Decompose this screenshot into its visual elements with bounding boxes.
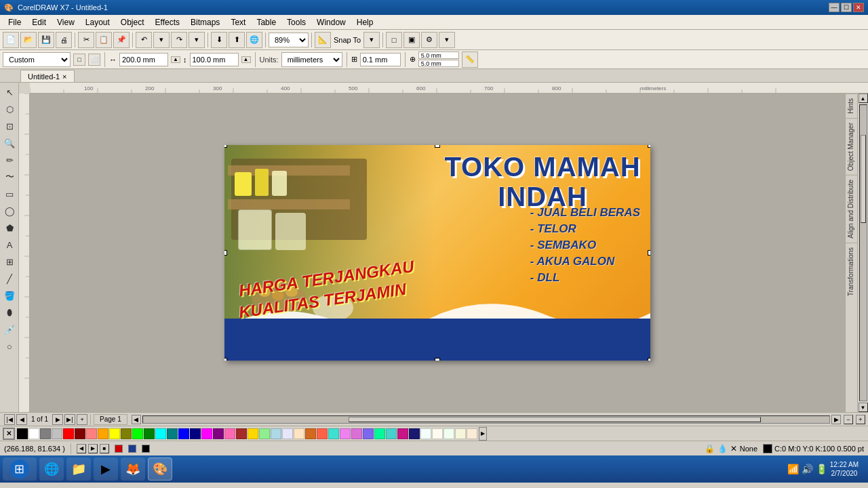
tool-table[interactable]: ⊞: [1, 253, 18, 270]
palette-color[interactable]: [248, 428, 258, 439]
options-dropdown[interactable]: ▾: [439, 32, 455, 48]
color-swatch-blue[interactable]: [128, 445, 136, 453]
tool-select[interactable]: ↖: [1, 84, 18, 100]
nudge2-input[interactable]: [418, 52, 459, 59]
tool-text[interactable]: A: [1, 237, 18, 253]
object-manager-tab[interactable]: Object Manager: [846, 118, 857, 175]
palette-color[interactable]: [282, 428, 293, 439]
ie-button[interactable]: 🌐: [39, 458, 64, 481]
menu-effects[interactable]: Effects: [150, 16, 185, 28]
palette-color[interactable]: [328, 428, 339, 439]
height-input[interactable]: [190, 53, 239, 66]
palette-color[interactable]: [75, 428, 85, 439]
palette-color[interactable]: [144, 428, 155, 439]
palette-color[interactable]: [259, 428, 270, 439]
canvas[interactable]: TOKO MAMAH INDAH - JUAL BELI BERAS - TEL…: [30, 94, 845, 412]
handle-ml[interactable]: [224, 250, 227, 256]
palette-color[interactable]: [40, 428, 51, 439]
palette-color[interactable]: [432, 428, 443, 439]
palette-scroll-right[interactable]: ▶: [479, 427, 487, 441]
palette-color[interactable]: [213, 428, 224, 439]
menu-window[interactable]: Window: [311, 16, 351, 28]
handle-bl[interactable]: [224, 358, 227, 361]
palette-color[interactable]: [236, 428, 247, 439]
doc-tab-close[interactable]: ×: [62, 73, 66, 81]
minimize-button[interactable]: —: [829, 3, 840, 12]
options-button[interactable]: ⚙: [421, 32, 437, 48]
page-tab[interactable]: Page 1: [94, 414, 127, 425]
palette-color[interactable]: [63, 428, 74, 439]
width-input[interactable]: [119, 53, 168, 66]
palette-color[interactable]: [317, 428, 328, 439]
palette-color[interactable]: [455, 428, 466, 439]
nudge-input[interactable]: [360, 53, 401, 66]
tool-parallel[interactable]: ╱: [1, 270, 18, 287]
new-button[interactable]: 📄: [3, 32, 19, 48]
palette-color[interactable]: [155, 428, 166, 439]
units-select[interactable]: millimeters: [281, 52, 342, 67]
start-button[interactable]: ⊞: [3, 458, 37, 481]
hscroll-left[interactable]: ◀: [132, 415, 141, 424]
print-button[interactable]: 🖨: [56, 32, 72, 48]
height-up[interactable]: ▲: [241, 56, 251, 63]
view-btn2[interactable]: ▣: [403, 32, 420, 48]
tool-freehand[interactable]: ✏: [1, 152, 18, 168]
copy-button[interactable]: 📋: [96, 32, 112, 48]
handle-bc[interactable]: [435, 358, 440, 361]
handle-mr[interactable]: [648, 250, 650, 256]
tool-outline[interactable]: ○: [1, 338, 18, 354]
palette-color[interactable]: [86, 428, 97, 439]
palette-color[interactable]: [201, 428, 212, 439]
add-page-button[interactable]: +: [77, 414, 87, 425]
palette-color[interactable]: [409, 428, 420, 439]
status-stop-button[interactable]: ■: [100, 444, 109, 453]
folder-button[interactable]: 📁: [66, 458, 91, 481]
vscrollbar[interactable]: ▲ ▼: [857, 94, 868, 412]
palette-color[interactable]: [386, 428, 397, 439]
tool-rectangle[interactable]: ▭: [1, 186, 18, 202]
vscroll-up[interactable]: ▲: [859, 94, 868, 103]
close-button[interactable]: ✕: [853, 3, 864, 12]
redo-button[interactable]: ↷: [171, 32, 187, 48]
menu-file[interactable]: File: [3, 16, 26, 28]
menu-help[interactable]: Help: [351, 16, 379, 28]
next-page-button[interactable]: ▶: [52, 414, 63, 425]
zoom-out-button[interactable]: −: [844, 415, 853, 424]
titlebar-controls[interactable]: — ☐ ✕: [829, 3, 864, 12]
color-swatch-black[interactable]: [142, 445, 150, 453]
tool-ellipse[interactable]: ◯: [1, 203, 18, 219]
menu-bitmaps[interactable]: Bitmaps: [185, 16, 225, 28]
palette-color[interactable]: [374, 428, 385, 439]
tool-smart-draw[interactable]: 〜: [1, 169, 18, 185]
palette-color[interactable]: [178, 428, 189, 439]
status-prev-button[interactable]: ◀: [77, 444, 86, 453]
handle-tc[interactable]: [435, 145, 440, 148]
tool-polygon[interactable]: ⬟: [1, 220, 18, 236]
export-button[interactable]: ⬆: [229, 32, 245, 48]
palette-color[interactable]: [109, 428, 120, 439]
palette-color[interactable]: [167, 428, 178, 439]
palette-color[interactable]: [98, 428, 108, 439]
paste-button[interactable]: 📌: [113, 32, 130, 48]
page-landscape-button[interactable]: ⬜: [88, 54, 100, 66]
palette-color[interactable]: [397, 428, 408, 439]
palette-color[interactable]: [305, 428, 316, 439]
vscroll-down[interactable]: ▼: [859, 403, 868, 412]
undo-button[interactable]: ↶: [136, 32, 152, 48]
menu-edit[interactable]: Edit: [26, 16, 52, 28]
coreldraw-active[interactable]: 🎨: [148, 458, 172, 481]
palette-color[interactable]: [340, 428, 351, 439]
palette-color[interactable]: [121, 428, 132, 439]
palette-color[interactable]: [363, 428, 374, 439]
cut-button[interactable]: ✂: [78, 32, 94, 48]
redo-dropdown[interactable]: ▾: [189, 32, 205, 48]
menu-object[interactable]: Object: [115, 16, 150, 28]
doc-tab-untitled1[interactable]: Untitled-1 ×: [20, 70, 75, 82]
last-page-button[interactable]: ▶|: [64, 414, 75, 425]
hscroll-thumb[interactable]: [349, 417, 760, 422]
tool-zoom[interactable]: 🔍: [1, 135, 18, 151]
color-swatch-red[interactable]: [115, 445, 123, 453]
prev-page-button[interactable]: ◀: [16, 414, 27, 425]
palette-color[interactable]: [443, 428, 454, 439]
palette-color[interactable]: [28, 428, 39, 439]
